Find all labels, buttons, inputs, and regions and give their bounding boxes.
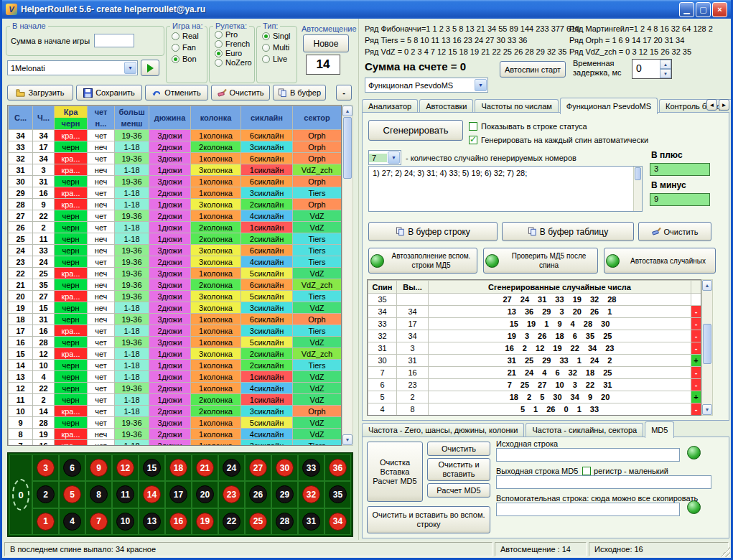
board-number-35[interactable]: 35 xyxy=(325,481,351,508)
tab[interactable]: Частота - сиклайны, сектора xyxy=(526,423,643,437)
board-number-20[interactable]: 20 xyxy=(192,481,218,508)
new-shift-button[interactable]: Новое xyxy=(303,34,349,52)
mode-combobox[interactable]: Функционал PsevdoMS ▼ xyxy=(365,78,488,93)
md5-clear-button[interactable]: Очистить xyxy=(427,442,490,456)
board-number-9[interactable]: 9 xyxy=(85,454,112,481)
board-number-2[interactable]: 2 xyxy=(32,481,59,508)
radio-option[interactable]: Fan xyxy=(167,42,207,53)
board-number-19[interactable]: 19 xyxy=(192,508,218,535)
radio-option[interactable]: Real xyxy=(167,30,207,42)
history-row[interactable]: 10 14 кра... чет 1-18 2дюжи 2колонка 3си… xyxy=(9,406,342,417)
save-button[interactable]: Сохранить xyxy=(76,85,142,101)
history-row[interactable]: 34 34 кра... чет 19-36 3дюжи 1колонка 6с… xyxy=(9,130,342,141)
generated-row[interactable]: 4 8 5 1 26 0 1 33 - xyxy=(368,403,701,416)
board-number-11[interactable]: 11 xyxy=(112,481,139,508)
history-row[interactable]: 21 35 черн неч 19-36 3дюжи 2колонка 6сик… xyxy=(9,279,342,291)
board-number-31[interactable]: 31 xyxy=(298,508,325,535)
board-number-0[interactable]: 0 xyxy=(9,454,32,535)
generated-sequence-box[interactable]: 1) 27; 2) 24; 3) 31; 4) 33; 5) 19; 6) 32… xyxy=(368,166,643,212)
history-row[interactable]: 33 17 черн неч 1-18 2дюжи 2колонка 3сикл… xyxy=(9,141,342,153)
preset-combobox[interactable]: 1Melonati ▼ xyxy=(7,60,138,75)
clear-button[interactable]: Очистить xyxy=(211,85,270,101)
load-button[interactable]: Загрузить xyxy=(7,85,73,101)
green-ball-icon[interactable] xyxy=(687,446,701,459)
tab[interactable]: MD5 xyxy=(645,421,674,438)
board-number-33[interactable]: 33 xyxy=(298,454,325,481)
history-row[interactable]: 15 12 кра... чет 1-18 1дюжи 3колонка 2си… xyxy=(9,348,342,360)
history-row[interactable]: 27 22 черн чет 19-36 2дюжи 1колонка 4сик… xyxy=(9,210,342,222)
autofill-md5-button[interactable]: Автозаполнение вспом. строки МД5 xyxy=(368,248,477,274)
board-number-22[interactable]: 22 xyxy=(218,508,245,535)
board-number-28[interactable]: 28 xyxy=(271,508,298,535)
undo-button[interactable]: Отменить xyxy=(145,85,208,101)
history-row[interactable]: 7 16 кра... чет 1-18 2дюжи 1колонка 3сик… xyxy=(9,440,342,447)
history-row[interactable]: 23 24 черн чет 19-36 2дюжи 3колонка 4сик… xyxy=(9,256,342,268)
history-row[interactable]: 8 19 кра... неч 19-36 2дюжи 1колонка 4си… xyxy=(9,429,342,440)
generated-row[interactable]: 33 17 15 19 1 9 4 28 30 - xyxy=(368,318,701,330)
history-row[interactable]: 22 25 кра... неч 19-36 3дюжи 1колонка 5с… xyxy=(9,268,342,279)
generated-scrollbar[interactable]: ▲ ▼ xyxy=(701,279,713,416)
scroll-thumb[interactable] xyxy=(703,324,711,364)
md5-big-button[interactable]: Очистка Вставка Расчет MD5 xyxy=(367,442,423,502)
tab-scroll-right-icon[interactable]: ► xyxy=(719,99,729,111)
history-row[interactable]: 24 33 черн неч 19-36 3дюжи 3колонка 6сик… xyxy=(9,245,342,256)
scroll-thumb[interactable] xyxy=(343,117,352,179)
board-number-29[interactable]: 29 xyxy=(271,481,298,508)
to-buffer-button[interactable]: В буфер xyxy=(273,85,326,101)
spinner-up-icon[interactable]: ▲ xyxy=(660,60,671,69)
history-row[interactable]: 11 2 черн чет 1-18 1дюжи 2колонка 1сикла… xyxy=(9,394,342,406)
checkbox-option[interactable]: Генерировать на каждый спин автоматическ… xyxy=(469,133,648,146)
sequence-scrollbar[interactable] xyxy=(633,167,642,211)
board-number-4[interactable]: 4 xyxy=(59,508,85,535)
generate-button[interactable]: Сгенерировать xyxy=(368,120,463,141)
tab-scroll-left-icon[interactable]: ◄ xyxy=(706,99,717,111)
history-row[interactable]: 16 28 черн чет 19-36 3дюжи 1колонка 5сик… xyxy=(9,337,342,348)
radio-option[interactable]: French xyxy=(210,39,254,49)
scroll-up-icon[interactable]: ▲ xyxy=(702,280,712,291)
tab[interactable]: Частота - Zero, шансы, дюжины, колонки xyxy=(362,423,524,437)
output-string-input[interactable] xyxy=(496,475,711,489)
autospin-start-button[interactable]: Автоспин старт xyxy=(500,61,566,78)
radio-option[interactable]: Bon xyxy=(167,53,207,65)
board-number-6[interactable]: 6 xyxy=(59,454,85,481)
lowercase-checkbox[interactable] xyxy=(582,467,591,475)
spinner-down-icon[interactable]: ▼ xyxy=(660,69,671,78)
radio-option[interactable]: Pro xyxy=(210,30,254,39)
close-button[interactable]: × xyxy=(712,2,727,17)
board-number-24[interactable]: 24 xyxy=(218,454,245,481)
start-sum-input[interactable] xyxy=(94,34,134,47)
minus-button[interactable]: - xyxy=(336,85,352,101)
scroll-down-icon[interactable]: ▼ xyxy=(702,404,712,415)
history-row[interactable]: 9 28 черн чет 19-36 3дюжи 1колонка 5сикл… xyxy=(9,417,342,429)
history-row[interactable]: 18 31 черн неч 19-36 3дюжи 1колонка 6сик… xyxy=(9,314,342,325)
board-number-30[interactable]: 30 xyxy=(271,454,298,481)
history-row[interactable]: 12 22 черн чет 19-36 2дюжи 1колонка 4сик… xyxy=(9,383,342,394)
history-row[interactable]: 29 16 кра... чет 1-18 2дюжи 1колонка 3си… xyxy=(9,187,342,199)
generated-row[interactable]: 34 34 13 36 29 3 20 26 1 - xyxy=(368,306,701,318)
md5-calc-button[interactable]: Расчет MD5 xyxy=(427,483,490,498)
autobet-button[interactable]: Автоставка случайных xyxy=(604,248,716,274)
scroll-down-icon[interactable]: ▼ xyxy=(342,434,353,445)
aux-string-input[interactable] xyxy=(496,503,680,516)
play-button[interactable] xyxy=(141,60,159,76)
chevron-down-icon[interactable]: ▼ xyxy=(475,79,487,91)
board-number-3[interactable]: 3 xyxy=(32,454,59,481)
resize-grip[interactable] xyxy=(720,547,730,557)
radio-option[interactable]: Live xyxy=(257,53,297,65)
board-number-12[interactable]: 12 xyxy=(112,454,139,481)
scroll-up-icon[interactable]: ▲ xyxy=(342,106,353,116)
buffer-table-button[interactable]: В буфер таблицу xyxy=(502,222,634,241)
generated-row[interactable]: 31 3 16 2 12 19 22 34 23 - xyxy=(368,342,701,355)
checkbox-option[interactable]: Показывать в строке статуса xyxy=(469,119,648,133)
history-row[interactable]: 32 34 кра... чет 19-36 3дюжи 1колонка 6с… xyxy=(9,153,342,164)
count-combobox[interactable]: 7 ▼ xyxy=(368,150,401,165)
board-number-25[interactable]: 25 xyxy=(245,508,271,535)
board-number-23[interactable]: 23 xyxy=(218,481,245,508)
scroll-thumb[interactable] xyxy=(635,167,641,180)
board-number-7[interactable]: 7 xyxy=(85,508,112,535)
checkbox[interactable] xyxy=(469,122,477,131)
history-row[interactable]: 14 10 черн чет 1-18 1дюжи 1колонка 2сикл… xyxy=(9,360,342,371)
board-number-32[interactable]: 32 xyxy=(298,481,325,508)
tab[interactable]: Анализатор xyxy=(362,99,418,113)
history-row[interactable]: 28 9 кра... неч 1-18 1дюжи 3колонка 2сик… xyxy=(9,199,342,210)
